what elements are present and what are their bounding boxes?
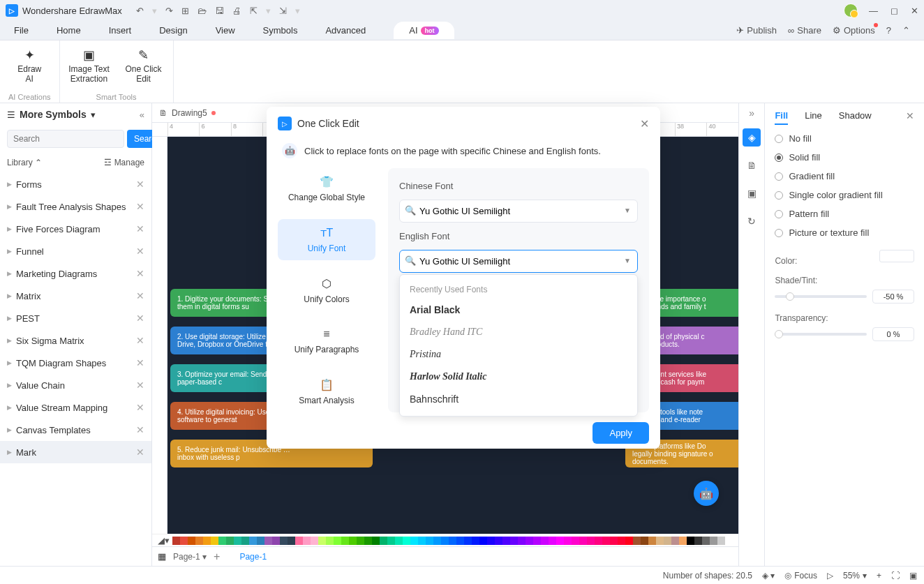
menu-symbols[interactable]: Symbols bbox=[263, 25, 298, 36]
add-page-icon[interactable]: + bbox=[214, 551, 220, 563]
export-dropdown-icon[interactable]: ▾ bbox=[266, 6, 271, 16]
edraw-ai-tool[interactable]: ✦ Edraw AI bbox=[8, 47, 50, 84]
color-swatch[interactable] bbox=[395, 537, 403, 545]
color-swatch[interactable] bbox=[172, 537, 180, 545]
import-dropdown-icon[interactable]: ▾ bbox=[295, 6, 300, 16]
remove-icon[interactable]: ✕ bbox=[136, 268, 144, 279]
fit-screen-icon[interactable]: ⛶ bbox=[891, 571, 900, 581]
remove-icon[interactable]: ✕ bbox=[136, 402, 144, 413]
english-font-field[interactable]: 🔍 ▼ Recently Used Fonts Arial Black Brad… bbox=[399, 250, 638, 273]
redo-icon[interactable]: ↷ bbox=[165, 6, 173, 16]
new-icon[interactable]: ⊞ bbox=[181, 6, 189, 16]
color-swatch[interactable] bbox=[533, 537, 541, 545]
color-swatch[interactable] bbox=[495, 537, 502, 545]
color-swatch[interactable] bbox=[426, 537, 433, 545]
color-swatch[interactable] bbox=[303, 537, 311, 545]
library-tab[interactable]: Library ⌃ bbox=[7, 158, 42, 167]
color-swatch[interactable] bbox=[249, 537, 257, 545]
image-text-extraction-tool[interactable]: ▣ Image Text Extraction bbox=[68, 47, 110, 84]
side-change-global-style[interactable]: 👕Change Global Style bbox=[278, 168, 375, 209]
radio-single-gradient[interactable] bbox=[775, 191, 783, 200]
color-swatch[interactable] bbox=[264, 537, 272, 545]
library-item[interactable]: ▶Five Forces Diagram✕ bbox=[0, 218, 151, 240]
menu-file[interactable]: File bbox=[14, 25, 29, 36]
remove-icon[interactable]: ✕ bbox=[136, 424, 144, 435]
dialog-close-icon[interactable]: ✕ bbox=[640, 117, 649, 130]
color-swatch[interactable] bbox=[656, 537, 664, 545]
radio-picture-fill[interactable] bbox=[775, 229, 783, 237]
color-swatch[interactable] bbox=[211, 537, 218, 545]
remove-icon[interactable]: ✕ bbox=[136, 179, 144, 190]
tab-fill[interactable]: Fill bbox=[775, 110, 788, 125]
color-swatch[interactable] bbox=[326, 537, 334, 545]
font-option[interactable]: Pristina bbox=[400, 343, 637, 366]
remove-icon[interactable]: ✕ bbox=[136, 380, 144, 391]
shade-spinner[interactable]: -50 % bbox=[872, 290, 914, 304]
zoom-in-icon[interactable]: + bbox=[877, 571, 881, 581]
color-swatch[interactable] bbox=[526, 537, 533, 545]
color-swatch[interactable] bbox=[710, 537, 717, 545]
ai-fab-button[interactable]: 🤖 bbox=[694, 481, 719, 506]
color-swatch[interactable] bbox=[234, 537, 241, 545]
color-swatch[interactable] bbox=[257, 537, 264, 545]
color-swatch[interactable] bbox=[679, 537, 687, 545]
fill-tool-icon[interactable]: ◈ bbox=[743, 128, 761, 147]
color-swatch[interactable] bbox=[549, 537, 556, 545]
tab-line[interactable]: Line bbox=[805, 110, 822, 125]
close-panel-icon[interactable]: ✕ bbox=[906, 110, 914, 125]
remove-icon[interactable]: ✕ bbox=[136, 223, 144, 234]
color-swatch[interactable] bbox=[641, 537, 648, 545]
menu-view[interactable]: View bbox=[216, 25, 235, 36]
page-select[interactable]: Page-1 ▾ bbox=[173, 552, 207, 562]
user-avatar[interactable] bbox=[844, 3, 858, 17]
collapse-panel-icon[interactable]: « bbox=[140, 110, 144, 120]
manage-button[interactable]: ☲ Manage bbox=[104, 158, 144, 167]
page-list-icon[interactable]: ▦ bbox=[158, 551, 166, 562]
color-swatch[interactable] bbox=[518, 537, 526, 545]
remove-icon[interactable]: ✕ bbox=[136, 290, 144, 301]
maximize-icon[interactable]: ◻ bbox=[891, 6, 898, 16]
color-swatch[interactable] bbox=[218, 537, 226, 545]
presentation-icon[interactable]: ▷ bbox=[827, 571, 833, 581]
color-swatch[interactable] bbox=[579, 537, 587, 545]
color-swatch[interactable] bbox=[410, 537, 418, 545]
color-swatch[interactable] bbox=[280, 537, 288, 545]
color-swatch[interactable] bbox=[587, 537, 595, 545]
color-swatch[interactable] bbox=[195, 537, 203, 545]
library-item[interactable]: ▶Value Chain✕ bbox=[0, 374, 151, 396]
color-swatch[interactable] bbox=[694, 537, 702, 545]
transparency-slider[interactable] bbox=[775, 333, 867, 336]
fill-color-swatch[interactable] bbox=[879, 250, 914, 262]
color-swatch[interactable] bbox=[372, 537, 380, 545]
color-swatch[interactable] bbox=[564, 537, 572, 545]
library-item[interactable]: ▶Value Stream Mapping✕ bbox=[0, 396, 151, 419]
menu-advanced[interactable]: Advanced bbox=[325, 25, 366, 36]
color-swatch[interactable] bbox=[510, 537, 518, 545]
color-swatch[interactable] bbox=[602, 537, 610, 545]
color-swatch[interactable] bbox=[456, 537, 464, 545]
library-item[interactable]: ▶TQM Diagram Shapes✕ bbox=[0, 352, 151, 374]
publish-button[interactable]: ✈ Publish bbox=[736, 25, 777, 36]
minimize-icon[interactable]: — bbox=[869, 6, 878, 16]
side-unify-colors[interactable]: ⬡Unify Colors bbox=[278, 270, 375, 311]
remove-icon[interactable]: ✕ bbox=[136, 246, 144, 257]
english-font-input[interactable] bbox=[399, 250, 638, 273]
color-swatch[interactable] bbox=[180, 537, 188, 545]
undo-icon[interactable]: ↶ bbox=[136, 6, 144, 16]
color-swatch[interactable] bbox=[633, 537, 641, 545]
color-swatch[interactable] bbox=[618, 537, 625, 545]
remove-icon[interactable]: ✕ bbox=[136, 357, 144, 368]
remove-icon[interactable]: ✕ bbox=[136, 201, 144, 212]
remove-icon[interactable]: ✕ bbox=[136, 447, 144, 458]
color-swatch[interactable] bbox=[441, 537, 449, 545]
color-swatch[interactable] bbox=[572, 537, 579, 545]
color-swatch[interactable] bbox=[349, 537, 357, 545]
library-item[interactable]: ▶Mark✕ bbox=[0, 441, 151, 463]
save-icon[interactable]: 🖫 bbox=[215, 6, 224, 16]
library-item[interactable]: ▶Six Sigma Matrix✕ bbox=[0, 329, 151, 352]
color-swatch[interactable] bbox=[241, 537, 249, 545]
color-swatch[interactable] bbox=[687, 537, 694, 545]
chinese-font-input[interactable] bbox=[399, 200, 638, 223]
print-icon[interactable]: 🖨 bbox=[232, 6, 241, 16]
color-swatch[interactable] bbox=[357, 537, 364, 545]
